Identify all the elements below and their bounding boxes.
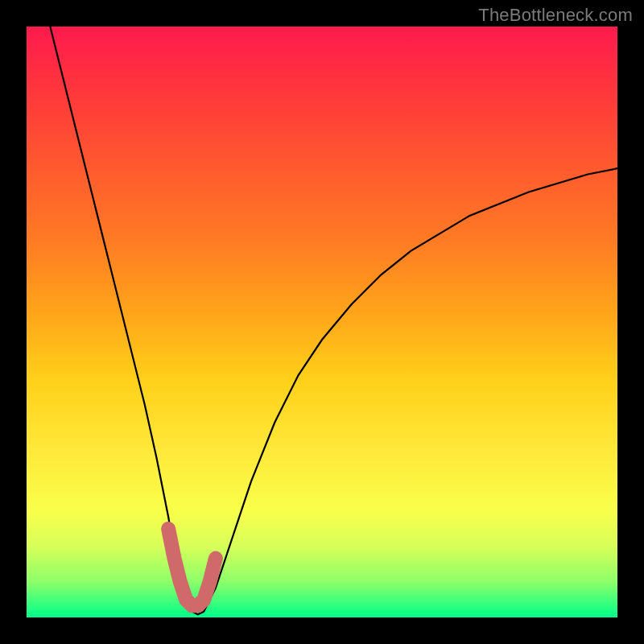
- plot-area: [27, 27, 617, 617]
- bottom-highlight: [168, 529, 216, 605]
- attribution-text: TheBottleneck.com: [478, 5, 633, 26]
- curve-svg: [27, 27, 617, 617]
- bottleneck-curve: [50, 27, 617, 614]
- chart-frame: TheBottleneck.com: [0, 0, 644, 644]
